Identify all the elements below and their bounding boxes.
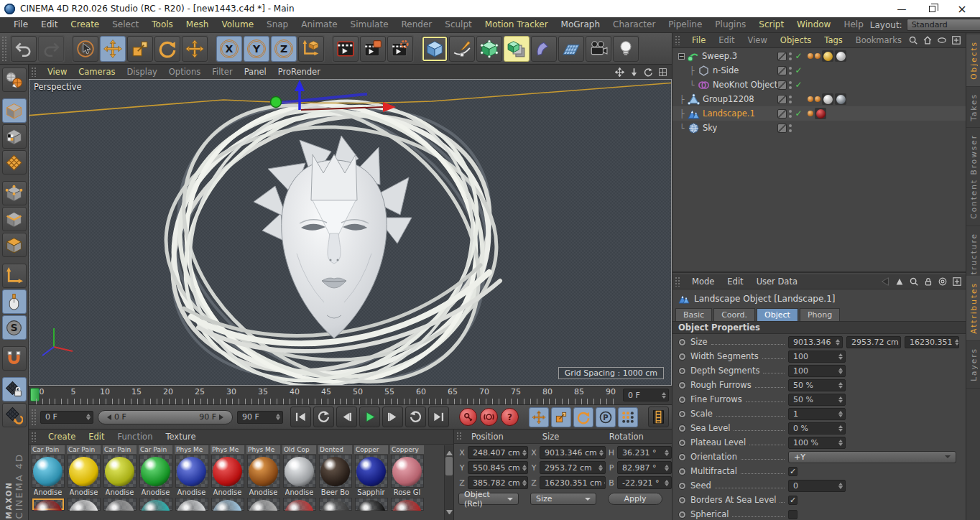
minimize-button[interactable]: — (888, 1, 915, 17)
previous-frame-button[interactable] (336, 407, 357, 427)
rotation-b-field[interactable]: -22.921 ° (617, 476, 672, 489)
spinner-icon[interactable] (836, 366, 843, 376)
material-thumbnail[interactable] (391, 498, 424, 511)
lock-z-button[interactable]: Z (271, 36, 297, 62)
spinner-icon[interactable] (662, 463, 669, 473)
value-field[interactable]: 2953.72 cm (846, 336, 901, 348)
object-row-sky[interactable]: └Sky (672, 121, 966, 135)
menu-item-cameras[interactable]: Cameras (73, 65, 121, 80)
toolbar-grip[interactable] (1, 36, 8, 61)
layer-toggle[interactable] (777, 52, 787, 61)
checkbox[interactable]: ✓ (788, 467, 798, 476)
move-tool-button[interactable] (100, 36, 126, 62)
material-thumbnail[interactable] (319, 498, 352, 511)
menu-item-bookmarks[interactable]: Bookmarks (849, 33, 908, 48)
axis-mode-button[interactable] (2, 264, 27, 288)
menu-item-display[interactable]: Display (121, 65, 162, 80)
search-icon[interactable] (909, 277, 919, 287)
rotation-h-field[interactable]: 36.231 ° (617, 446, 672, 459)
expander-icon[interactable] (678, 53, 685, 60)
attribute-manager-grip[interactable] (675, 277, 681, 287)
material-thumbnail[interactable] (211, 455, 244, 488)
edges-mode-button[interactable] (2, 207, 27, 231)
menu-item-render[interactable]: Render (395, 17, 439, 32)
scroll-down-icon[interactable] (446, 510, 453, 517)
material-item[interactable]: Phys MeAnodise (174, 445, 209, 497)
play-forwards-button[interactable] (359, 407, 380, 427)
coord-mode-dropdown[interactable]: Object (Rel) (458, 493, 519, 505)
spinner-icon[interactable] (602, 478, 606, 488)
size-x-field[interactable]: 9013.346 cm (540, 446, 606, 459)
home-icon[interactable] (923, 35, 933, 45)
coord-size-dropdown[interactable]: Size (530, 493, 596, 505)
material-tag[interactable] (822, 50, 833, 62)
texture-mode-button[interactable] (2, 124, 27, 149)
add-modeling-button[interactable] (504, 36, 530, 62)
add-light-button[interactable] (613, 36, 639, 62)
material-item[interactable]: Car PainAnodise (30, 445, 65, 497)
rotate-tool-button[interactable] (154, 36, 180, 62)
menu-item-texture[interactable]: Texture (159, 430, 202, 445)
object-row-group12208[interactable]: ├Group12208 (672, 92, 966, 106)
enable-check[interactable]: ✓ (794, 108, 803, 119)
polygons-mode-button[interactable] (2, 233, 27, 257)
menu-item-volume[interactable]: Volume (215, 17, 260, 32)
panel-tab-takes[interactable]: Takes (966, 87, 980, 129)
frame-range-slider[interactable]: 0 F 90 F (98, 410, 233, 424)
menu-item-motion-tracker[interactable]: Motion Tracker (479, 17, 555, 32)
material-thumbnail[interactable] (283, 455, 316, 488)
material-item-partial[interactable] (66, 498, 101, 511)
menu-item-pipeline[interactable]: Pipeline (662, 17, 708, 32)
lock-icon[interactable] (923, 277, 933, 287)
tag-dot-icon[interactable] (808, 53, 813, 59)
add-deformer-button[interactable] (531, 36, 557, 62)
spinner-icon[interactable] (520, 463, 527, 473)
tag-dot-icon[interactable] (808, 96, 813, 102)
scroll-up-icon[interactable] (446, 448, 453, 455)
menu-item-select[interactable]: Select (106, 17, 145, 32)
size-z-field[interactable]: 16230.351 cm (540, 476, 606, 489)
material-item-partial[interactable] (282, 498, 317, 511)
layer-toggle[interactable] (777, 80, 787, 90)
add-generator-button[interactable] (476, 36, 502, 62)
value-field[interactable]: 50 % (788, 394, 846, 406)
key-parameter-button[interactable]: P (596, 407, 616, 427)
add-environment-button[interactable] (558, 36, 584, 62)
tag-dot-icon[interactable] (808, 111, 813, 116)
keyframe-radio[interactable] (678, 381, 686, 389)
redo-button[interactable] (38, 36, 64, 62)
animation-help-button[interactable]: ? (501, 408, 519, 426)
keyframe-radio[interactable] (678, 396, 686, 404)
position-z-field[interactable]: 385.782 cm (468, 476, 528, 489)
viewport-grip[interactable] (31, 67, 37, 77)
model-mode-button[interactable] (2, 98, 27, 123)
material-thumbnail[interactable] (139, 455, 172, 488)
object-manager-grip[interactable] (675, 35, 681, 45)
render-view-button[interactable] (333, 36, 359, 62)
menu-item-mode[interactable]: Mode (685, 274, 721, 289)
material-item-partial[interactable] (138, 498, 173, 511)
value-field[interactable]: 50 % (788, 379, 846, 391)
menu-item-objects[interactable]: Objects (774, 33, 818, 48)
points-mode-button[interactable] (2, 181, 27, 205)
render-settings-button[interactable] (387, 36, 413, 62)
material-tag[interactable] (822, 93, 833, 105)
object-row-n-side[interactable]: ├n-Side✓ (672, 63, 966, 78)
menu-item-options[interactable]: Options (163, 65, 206, 80)
pan-view-icon[interactable] (615, 68, 624, 77)
value-field[interactable]: 16230.351 (905, 336, 959, 348)
material-thumbnail[interactable] (175, 455, 208, 488)
transport-grip[interactable] (31, 409, 37, 425)
menu-item-mesh[interactable]: Mesh (180, 17, 216, 32)
back-arrow-icon[interactable] (880, 277, 890, 287)
material-thumbnail[interactable] (32, 455, 65, 488)
menu-item-simulate[interactable]: Simulate (344, 17, 395, 32)
menu-item-view[interactable]: View (42, 65, 73, 80)
material-item[interactable]: DentedBeer Bo (318, 445, 353, 497)
value-field[interactable]: 0 % (788, 422, 846, 435)
layer-toggle[interactable] (777, 124, 787, 133)
viewport-canvas[interactable]: Perspective Grid Spacing : 1000 cm (29, 79, 672, 386)
material-item[interactable]: CopperyRose Gl (389, 445, 425, 497)
spinner-icon[interactable] (836, 351, 843, 362)
visibility-dots[interactable] (789, 110, 792, 118)
